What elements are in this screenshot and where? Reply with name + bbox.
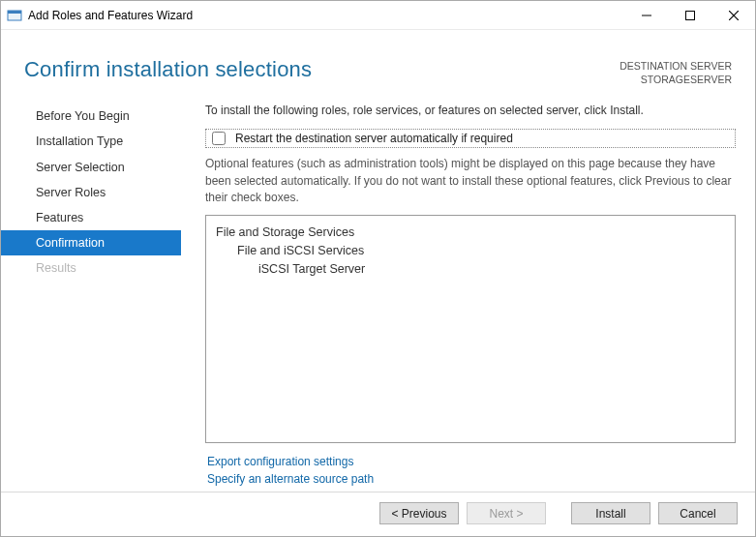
content: To install the following roles, role ser… xyxy=(181,100,736,492)
sidebar-item-features[interactable]: Features xyxy=(1,205,181,230)
destination-server: STORAGESERVER xyxy=(620,73,732,86)
destination-label: DESTINATION SERVER xyxy=(620,59,732,73)
svg-rect-3 xyxy=(685,11,694,19)
sidebar-item-server-selection[interactable]: Server Selection xyxy=(1,155,181,180)
sidebar: Before You Begin Installation Type Serve… xyxy=(1,100,181,492)
next-button: Next > xyxy=(467,502,546,524)
list-item: File and iSCSI Services xyxy=(237,242,725,260)
titlebar: Add Roles and Features Wizard xyxy=(1,1,755,30)
optional-note: Optional features (such as administratio… xyxy=(205,156,736,206)
previous-button[interactable]: < Previous xyxy=(379,502,459,524)
selections-listbox: File and Storage Services File and iSCSI… xyxy=(205,215,736,443)
close-button[interactable] xyxy=(711,1,755,30)
sidebar-item-results: Results xyxy=(1,255,181,281)
sidebar-item-confirmation[interactable]: Confirmation xyxy=(1,230,181,255)
restart-checkbox-label: Restart the destination server automatic… xyxy=(235,132,513,145)
restart-checkbox-row[interactable]: Restart the destination server automatic… xyxy=(205,129,736,148)
intro-text: To install the following roles, role ser… xyxy=(205,104,736,117)
footer: < Previous Next > Install Cancel xyxy=(1,492,755,536)
install-button[interactable]: Install xyxy=(571,502,650,524)
cancel-button[interactable]: Cancel xyxy=(658,502,738,524)
list-item: File and Storage Services xyxy=(216,224,725,242)
app-icon xyxy=(7,8,22,23)
header: Confirm installation selections DESTINAT… xyxy=(1,30,755,100)
page-title: Confirm installation selections xyxy=(24,57,312,82)
svg-rect-1 xyxy=(8,11,21,14)
alternate-source-link[interactable]: Specify an alternate source path xyxy=(207,470,736,488)
links: Export configuration settings Specify an… xyxy=(205,443,736,492)
sidebar-item-before-you-begin[interactable]: Before You Begin xyxy=(1,104,181,129)
maximize-button[interactable] xyxy=(668,1,711,30)
minimize-button[interactable] xyxy=(624,1,668,30)
main: Before You Begin Installation Type Serve… xyxy=(1,100,755,492)
sidebar-item-server-roles[interactable]: Server Roles xyxy=(1,180,181,205)
restart-checkbox[interactable] xyxy=(212,132,226,145)
window-title: Add Roles and Features Wizard xyxy=(28,9,193,22)
destination-info: DESTINATION SERVER STORAGESERVER xyxy=(620,57,732,86)
list-item: iSCSI Target Server xyxy=(258,260,725,279)
export-config-link[interactable]: Export configuration settings xyxy=(207,453,736,470)
sidebar-item-installation-type[interactable]: Installation Type xyxy=(1,129,181,154)
